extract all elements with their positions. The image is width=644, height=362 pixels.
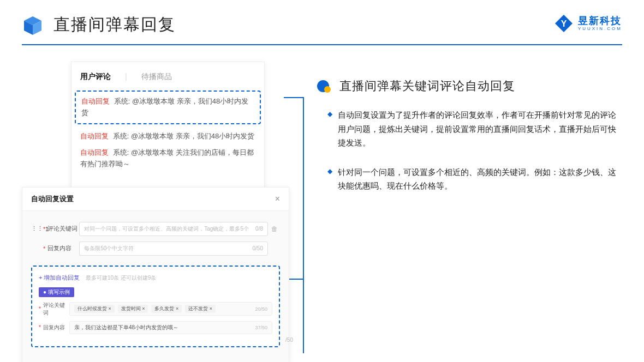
autoreply-settings-panel: 自动回复设置 × ⋮⋮ 1 * 评论关键词 对同一个问题，可设置多个相近、高频的… xyxy=(22,187,289,362)
section-title: 直播间弹幕关键词评论自动回复 xyxy=(339,78,515,94)
required-dot: * xyxy=(43,245,45,252)
add-hint: 最多可建10条 还可以创建9条 xyxy=(86,275,156,281)
keyword-label: 评论关键词 xyxy=(47,225,79,233)
diamond-icon: ◆ xyxy=(327,167,332,193)
trash-icon[interactable]: 🗑 xyxy=(271,225,280,233)
page-title: 直播间弹幕回复 xyxy=(53,14,176,36)
tab-pending-products[interactable]: 待播商品 xyxy=(141,72,172,82)
brand-logo: Y 昱新科技 YUUXIN.COM xyxy=(554,14,622,33)
tab-user-comments[interactable]: 用户评论 xyxy=(80,72,111,82)
keyword-input[interactable]: 对同一个问题，可设置多个相近、高频的关键词，Tag确定，最多5个 0/8 xyxy=(79,222,268,236)
section-icon xyxy=(317,79,332,94)
keyword-chip: 还不发货 × xyxy=(185,305,216,313)
ex-content-box: 亲，我们这边都是下单48小时内发货的哦～ 37/50 xyxy=(69,321,272,334)
required-dot: * xyxy=(43,226,45,232)
brand-name-cn: 昱新科技 xyxy=(578,16,622,26)
bullet-item: ◆ 针对同一个问题，可设置多个相近的、高频的关键词。例如：这款多少钱、这块能优惠… xyxy=(327,165,622,193)
keyword-chip: 发货时间 × xyxy=(118,305,148,313)
logo-cube-icon xyxy=(22,14,44,36)
content-input[interactable]: 每条限50个中文字符 0/50 xyxy=(79,242,268,256)
tab-separator: | xyxy=(125,72,127,82)
comment-item: 自动回复 系统: @冰墩墩本墩 亲亲，我们48小时内发货 xyxy=(80,131,255,142)
close-icon[interactable]: × xyxy=(275,194,280,204)
row-index[interactable]: ⋮⋮ 1 xyxy=(31,225,43,232)
ex-content-label: 回复内容 xyxy=(43,324,69,331)
settings-title: 自动回复设置 xyxy=(31,194,74,204)
tail-counter: /50 xyxy=(285,337,293,343)
ex-keyword-box: 什么时候发货 × 发货时间 × 多久发货 × 还不发货 × 20/50 xyxy=(69,302,272,316)
add-autoreply-link[interactable]: + 增加自动回复 xyxy=(39,274,80,282)
example-badge: ● 填写示例 xyxy=(39,287,74,297)
content-label: 回复内容 xyxy=(47,244,79,252)
svg-point-6 xyxy=(324,86,331,93)
keyword-chip: 什么时候发货 × xyxy=(74,305,115,313)
auto-reply-tag: 自动回复 xyxy=(81,97,110,105)
ex-keyword-label: 评论关键词 xyxy=(43,301,69,317)
connector-line xyxy=(284,97,303,98)
brand-name-en: YUUXIN.COM xyxy=(578,27,622,31)
highlighted-comment: 自动回复 系统: @冰墩墩本墩 亲亲，我们48小时内发货 xyxy=(75,90,261,124)
comment-item: 自动回复 系统: @冰墩墩本墩 关注我们的店铺，每日都有热门推荐呦～ xyxy=(80,147,255,170)
connector-line xyxy=(303,97,304,353)
example-section: + 增加自动回复 最多可建10条 还可以创建9条 ● 填写示例 * 评论关键词 … xyxy=(31,266,280,347)
comments-tabs: 用户评论 | 待播商品 xyxy=(80,72,255,82)
diamond-icon: ◆ xyxy=(327,110,332,150)
bullet-item: ◆ 自动回复设置为了提升作者的评论回复效率，作者可在开播前针对常见的评论用户问题… xyxy=(327,108,622,150)
svg-text:Y: Y xyxy=(561,19,567,28)
system-label: 系统: xyxy=(114,97,130,105)
keyword-chip: 多久发货 × xyxy=(151,305,182,313)
